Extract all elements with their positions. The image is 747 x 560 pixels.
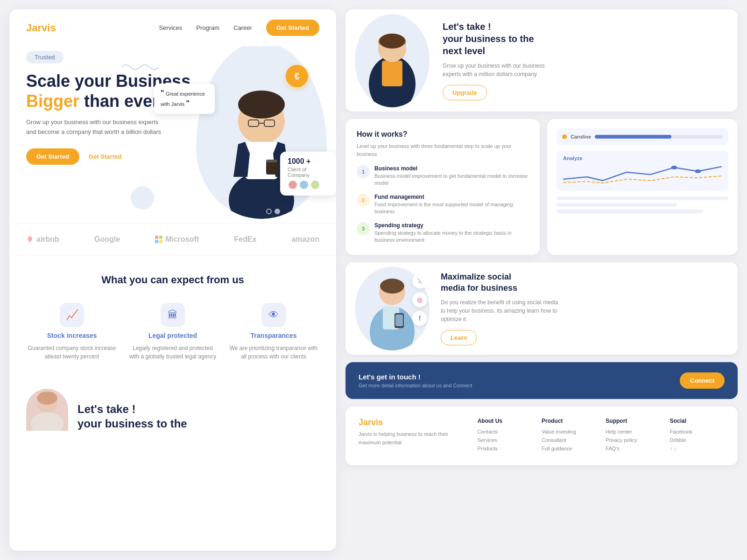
upgrade-button[interactable]: Upgrade — [443, 85, 487, 100]
footer-link-value[interactable]: Value investing — [542, 429, 596, 434]
placeholder-bar-1 — [557, 196, 728, 200]
top-cta-title: Let's take ! your business to the next l… — [443, 21, 555, 57]
dot-2[interactable] — [275, 209, 280, 214]
nav-program[interactable]: Program — [196, 24, 219, 31]
footer-link-facebook[interactable]: Facebook — [670, 429, 725, 434]
hero-get-started-button[interactable]: Get Started — [26, 148, 79, 165]
right-panel: Let's take ! your business to the next l… — [345, 9, 738, 551]
analytics-card: Caroline Analyze — [547, 119, 738, 255]
footer-link-help[interactable]: Help center — [606, 429, 660, 434]
footer-link-contacts[interactable]: Contacts — [478, 429, 532, 434]
airbnb-icon — [26, 236, 34, 243]
analytics-bar-bg — [595, 135, 723, 139]
top-cta-card: Let's take ! your business to the next l… — [345, 9, 738, 112]
footer-about-text: Jarvis is helping business to reach thei… — [359, 430, 468, 447]
learn-button[interactable]: Learn — [441, 330, 477, 345]
how-subtitle: Level up your business with three fundam… — [357, 142, 529, 158]
nav-services[interactable]: Services — [159, 24, 182, 31]
quote-card: " Great experience with Jarvis " — [154, 84, 215, 114]
carousel-dots — [266, 209, 280, 214]
top-cta-image — [355, 14, 430, 107]
footer-product-col: Product Value investing Consultant Full … — [542, 418, 596, 454]
how-item-1-desc: Business model improvement to get fundam… — [374, 173, 529, 187]
svg-point-22 — [379, 34, 405, 49]
analytics-dot — [562, 134, 567, 139]
nav-career[interactable]: Career — [233, 24, 252, 31]
connect-button[interactable]: Connect — [680, 372, 725, 389]
quote-text: Great experience with Jarvis — [161, 91, 205, 107]
stats-label: Client of Company — [288, 167, 329, 178]
features-grid: 📈 Stock increases Guaranted company stoc… — [26, 303, 319, 361]
footer-support-col: Support Help center Privacy policy FAQ's — [606, 418, 660, 454]
feature-transparent: 👁 Transparances We are prioritizing tran… — [228, 303, 319, 361]
brands-section: airbnb Google Microsoft FedEx amazon — [9, 224, 336, 255]
how-num-1: 1 — [357, 165, 370, 178]
how-num-3: 3 — [357, 222, 370, 235]
euro-badge: € — [286, 65, 308, 87]
quote-mark: " — [161, 89, 164, 97]
nav-cta-button[interactable]: Get Started — [266, 20, 319, 36]
hero-secondary-button[interactable]: Get Started — [89, 153, 121, 160]
svg-rect-13 — [159, 240, 162, 243]
brand-fedex: FedEx — [234, 235, 256, 244]
feature-stock: 📈 Stock increases Guaranted company stoc… — [26, 303, 118, 361]
feature-stock-title: Stock increases — [47, 332, 97, 339]
footer-link-products[interactable]: Products — [478, 446, 532, 451]
deco-circle — [131, 186, 154, 210]
footer-link-services[interactable]: Services — [478, 437, 532, 443]
brand-microsoft: Microsoft — [155, 235, 199, 244]
placeholder-bars — [557, 196, 728, 213]
how-item-2-desc: Fund improvement is the most supported m… — [374, 201, 529, 216]
brand-fedex-text: FedEx — [234, 235, 256, 244]
quote-mark-close: " — [186, 99, 190, 107]
svg-point-15 — [37, 392, 57, 405]
placeholder-bar-3 — [557, 210, 703, 213]
footer-logo-jar: Jar — [359, 418, 371, 427]
brand-google: Google — [94, 235, 120, 244]
footer-logo-vis: vis — [371, 418, 383, 427]
navbar: Jarvis Services Program Career Get Start… — [9, 9, 336, 46]
analytics-bar-fill — [595, 135, 671, 139]
top-cta-desc: Grow up your business with our business … — [443, 62, 555, 78]
footer-link-guidance[interactable]: Full guidance — [542, 446, 596, 451]
footer-link-privacy[interactable]: Privacy policy — [606, 437, 660, 443]
placeholder-bar-2 — [557, 203, 677, 207]
analyze-area: Analyze — [557, 151, 728, 191]
instagram-icon: ◎ — [412, 292, 427, 307]
how-item-3: 3 Spending strategy Spending strategy to… — [357, 222, 529, 244]
how-analytics-row: How it works? Level up your business wit… — [345, 119, 738, 255]
brand-google-text: Google — [94, 235, 120, 244]
footer-social-col: Social Facebook Dribble ↑ ↓ — [670, 418, 725, 454]
footer-link-faq[interactable]: FAQ's — [606, 446, 660, 451]
bottom-person-svg — [26, 389, 68, 431]
top-cta-content: Let's take ! your business to the next l… — [430, 9, 568, 112]
microsoft-icon — [155, 236, 162, 243]
logo-text-jar: Jar — [26, 22, 42, 34]
footer-link-other[interactable]: ↑ ↓ — [670, 446, 725, 451]
how-item-3-content: Spending strategy Spending strategy to a… — [374, 222, 529, 244]
footer-link-consultant[interactable]: Consultant — [542, 437, 596, 443]
footer: Jarvis Jarvis is helping business to rea… — [345, 406, 738, 465]
bottom-teaser-text: Let's take ! your business to the — [78, 402, 187, 431]
feature-transparent-desc: We are prioritizing tranparance with all… — [228, 344, 319, 361]
footer-about-col: Jarvis Jarvis is helping business to rea… — [359, 418, 468, 454]
svg-rect-20 — [382, 61, 402, 86]
connect-text: Let's get in touch ! Get more detail inf… — [359, 373, 472, 388]
stats-card: 1000 + Client of Company — [280, 152, 336, 196]
social-media-card: 𝕏 ◎ f Maximalize social media for busine… — [345, 262, 738, 355]
footer-link-dribble[interactable]: Dribble — [670, 437, 725, 443]
dot-1[interactable] — [266, 209, 272, 214]
brand-airbnb: airbnb — [26, 235, 59, 244]
analytics-top-bar: Caroline — [557, 128, 728, 145]
svg-point-16 — [31, 412, 63, 431]
bottom-person-image — [26, 389, 68, 431]
footer-col-about-us-title: About Us — [478, 418, 532, 424]
social-title-line2: media for business — [441, 283, 517, 293]
connect-title: Let's get in touch ! — [359, 373, 472, 381]
trusted-badge: Trusted — [26, 51, 63, 63]
avatar-3 — [310, 180, 320, 190]
mini-chart — [563, 163, 722, 186]
footer-col-product-title: Product — [542, 418, 596, 424]
social-title-line1: Maximalize social — [441, 272, 511, 281]
bottom-teaser-line2: your business to the — [78, 416, 187, 431]
